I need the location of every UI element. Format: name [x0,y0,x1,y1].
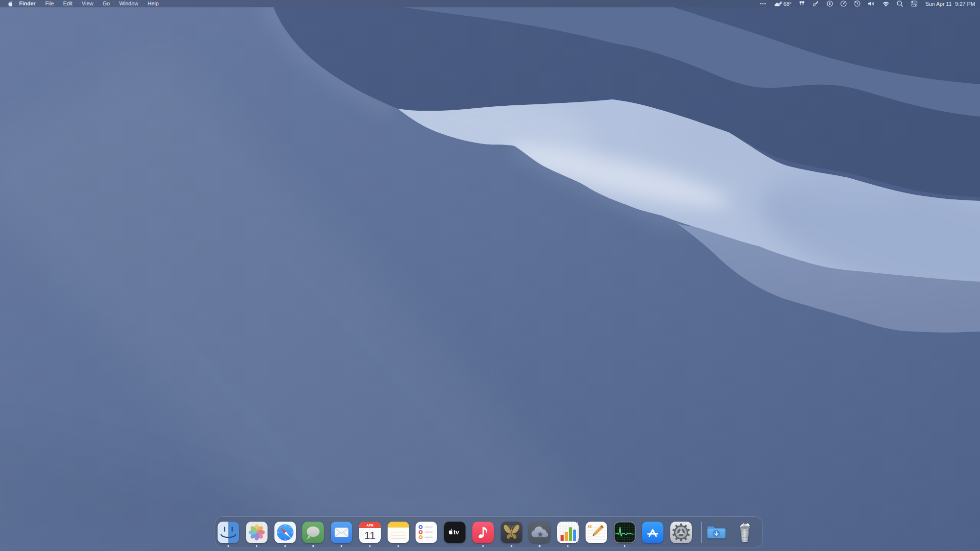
dock-item-messages[interactable] [302,516,324,548]
notes-icon [387,521,410,544]
menu-bar-status: 68° [760,0,980,7]
running-indicator [624,545,625,547]
dock-item-apple-tv[interactable]: tv [443,516,466,548]
date: Sun Apr 11 [925,1,952,7]
menu-finder[interactable]: Finder [13,0,41,7]
desktop-wallpaper [0,0,980,551]
dock-item-system-preferences[interactable] [670,516,692,548]
spotlight-search-icon[interactable] [897,0,903,7]
music-icon [472,521,494,544]
safari-icon [274,521,296,544]
svg-text:11: 11 [364,529,375,541]
dock-item-finder[interactable] [217,516,240,548]
control-center-icon[interactable] [910,0,918,7]
dock-item-music[interactable] [472,516,494,548]
wifi-icon[interactable] [882,1,889,7]
keys-icon[interactable] [812,0,819,7]
cloud-star-icon [528,521,551,544]
dock: APR 11 [215,516,763,548]
menu-help[interactable]: Help [143,0,164,7]
calendar-icon: APR 11 [359,521,381,544]
running-indicator [539,545,540,547]
menu-window[interactable]: Window [115,0,143,7]
menu-view[interactable]: View [77,0,98,7]
apple-logo [7,0,13,7]
ecg-monitor-icon [613,521,636,544]
dock-item-notes[interactable] [387,516,410,548]
dock-item-app-store[interactable] [641,516,664,548]
dock-item-butterfly-writer[interactable] [500,516,523,548]
downloads-folder-icon [705,521,728,544]
svg-text:tv: tv [454,528,460,535]
menu-file[interactable]: File [41,0,59,7]
dock-item-downloads[interactable] [705,516,728,548]
temperature: 68° [784,1,792,7]
dock-item-trash[interactable] [734,516,756,548]
mail-icon [330,521,353,544]
overflow-ellipsis-icon[interactable] [760,0,766,7]
butterfly-icon [500,521,523,544]
running-indicator [511,545,512,547]
menu-edit[interactable]: Edit [58,0,77,7]
messages-icon [302,521,324,544]
pen-quote-icon: “ [585,521,608,544]
dock-item-calendar[interactable]: APR 11 [359,516,381,548]
password-keyhole-icon[interactable] [827,0,833,7]
running-indicator [284,545,286,547]
running-indicator [313,545,314,547]
trash-full-icon [734,521,756,544]
gauge-icon[interactable] [840,0,847,7]
running-indicator [341,545,342,547]
svg-text:APR: APR [367,523,373,527]
dock-item-photos[interactable] [245,516,268,548]
photos-icon [245,521,268,544]
apple-tv-icon: tv [443,521,466,544]
dock-item-reminders[interactable] [415,516,438,548]
weather-status[interactable]: 68° [774,0,792,7]
dock-item-mail[interactable] [330,516,353,548]
dock-separator [701,522,702,543]
time-machine-icon[interactable] [854,0,860,7]
time: 9:27 PM [955,1,975,7]
moon-cloud-icon [774,0,782,7]
running-indicator [567,545,568,547]
running-indicator [482,545,484,547]
dock-item-activity-monitor[interactable] [613,516,636,548]
dock-item-safari[interactable] [274,516,296,548]
app-store-icon [641,521,664,544]
running-indicator [369,545,370,547]
system-preferences-icon [670,521,692,544]
numbers-icon [557,521,579,544]
dock-item-pen-writing[interactable]: “ [585,516,608,548]
running-indicator [397,545,399,547]
running-indicator [256,545,257,547]
dock-item-numbers[interactable] [557,516,579,548]
airpods-icon[interactable] [799,0,805,7]
running-indicator [227,545,229,547]
apple-menu[interactable] [7,0,13,7]
volume-icon[interactable] [868,0,875,7]
finder-icon [217,521,240,544]
menu-bar: Finder File Edit View Go Window Help 68° [0,0,980,7]
menu-bar-clock[interactable]: Sun Apr 11 9:27 PM [925,1,975,7]
svg-text:“: “ [588,523,592,533]
menu-go[interactable]: Go [98,0,115,7]
dock-item-cloud-star[interactable] [528,516,551,548]
reminders-icon [415,521,438,544]
